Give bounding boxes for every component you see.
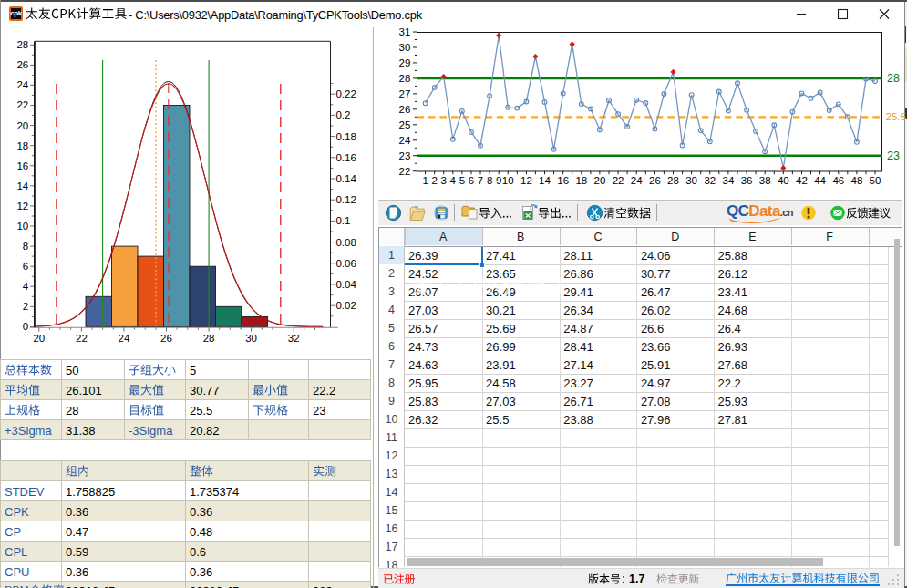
svg-text:2: 2 bbox=[23, 301, 28, 312]
svg-text:18: 18 bbox=[575, 175, 587, 186]
svg-text:38: 38 bbox=[759, 175, 771, 186]
svg-text:26: 26 bbox=[160, 333, 172, 344]
svg-text:6: 6 bbox=[469, 175, 474, 186]
svg-text:2: 2 bbox=[431, 175, 437, 186]
svg-text:36: 36 bbox=[741, 175, 753, 186]
svg-text:0.08: 0.08 bbox=[335, 237, 356, 248]
svg-text:22: 22 bbox=[613, 175, 624, 186]
svg-text:12: 12 bbox=[520, 175, 532, 186]
svg-text:0.04: 0.04 bbox=[335, 279, 356, 290]
svg-text:24: 24 bbox=[631, 175, 643, 186]
svg-text:20: 20 bbox=[16, 120, 28, 131]
svg-text:40: 40 bbox=[778, 175, 789, 186]
svg-text:34: 34 bbox=[723, 175, 735, 186]
svg-text:44: 44 bbox=[814, 175, 826, 186]
svg-text:20: 20 bbox=[594, 175, 606, 186]
svg-text:0.12: 0.12 bbox=[335, 194, 356, 205]
svg-text:14: 14 bbox=[16, 181, 28, 191]
svg-text:28: 28 bbox=[399, 73, 411, 84]
svg-text:48: 48 bbox=[851, 175, 863, 186]
svg-text:1: 1 bbox=[422, 175, 428, 186]
svg-text:32: 32 bbox=[704, 175, 716, 186]
svg-text:16: 16 bbox=[16, 160, 28, 171]
svg-text:24: 24 bbox=[119, 333, 130, 344]
svg-text:28: 28 bbox=[887, 72, 900, 85]
svg-text:8: 8 bbox=[487, 175, 492, 186]
svg-text:29: 29 bbox=[399, 57, 411, 68]
svg-text:0: 0 bbox=[23, 321, 28, 332]
svg-text:27: 27 bbox=[399, 88, 411, 99]
svg-text:25.5: 25.5 bbox=[886, 111, 906, 122]
svg-text:30: 30 bbox=[245, 333, 257, 344]
svg-text:14: 14 bbox=[539, 175, 551, 186]
svg-text:0.02: 0.02 bbox=[335, 300, 356, 311]
svg-text:25: 25 bbox=[399, 119, 411, 130]
svg-text:6: 6 bbox=[23, 261, 28, 272]
svg-text:30: 30 bbox=[685, 175, 697, 186]
svg-text:18: 18 bbox=[16, 140, 28, 151]
svg-text:0.14: 0.14 bbox=[335, 173, 356, 184]
svg-text:4: 4 bbox=[23, 281, 29, 292]
svg-text:4: 4 bbox=[450, 175, 457, 186]
svg-text:0.06: 0.06 bbox=[335, 258, 356, 269]
svg-text:26: 26 bbox=[399, 104, 411, 115]
svg-text:22: 22 bbox=[399, 166, 411, 177]
svg-text:26: 26 bbox=[649, 175, 661, 186]
svg-text:20: 20 bbox=[33, 333, 45, 344]
svg-text:5: 5 bbox=[459, 175, 465, 186]
svg-text:31: 31 bbox=[399, 27, 411, 37]
svg-text:28: 28 bbox=[16, 39, 28, 50]
svg-text:28: 28 bbox=[203, 333, 215, 344]
svg-text:0.16: 0.16 bbox=[335, 152, 356, 163]
svg-text:22: 22 bbox=[16, 99, 28, 110]
svg-text:0.2: 0.2 bbox=[335, 109, 350, 120]
svg-text:7: 7 bbox=[478, 175, 483, 186]
svg-text:24: 24 bbox=[16, 79, 28, 90]
svg-text:10: 10 bbox=[502, 175, 514, 186]
svg-text:42: 42 bbox=[796, 175, 808, 186]
svg-text:12: 12 bbox=[16, 201, 28, 211]
svg-text:9: 9 bbox=[496, 175, 501, 186]
svg-text:8: 8 bbox=[23, 241, 28, 252]
svg-text:23: 23 bbox=[399, 150, 411, 161]
svg-text:0.1: 0.1 bbox=[335, 215, 350, 226]
svg-text:32: 32 bbox=[288, 333, 300, 344]
svg-text:3: 3 bbox=[440, 175, 446, 186]
svg-text:23: 23 bbox=[887, 150, 900, 162]
svg-text:10: 10 bbox=[16, 221, 28, 232]
svg-text:30: 30 bbox=[399, 42, 411, 53]
svg-text:26: 26 bbox=[16, 59, 28, 70]
svg-text:16: 16 bbox=[557, 175, 569, 186]
svg-text:22: 22 bbox=[76, 333, 88, 344]
svg-text:46: 46 bbox=[832, 175, 844, 186]
svg-text:0.18: 0.18 bbox=[335, 131, 356, 142]
svg-text:0.22: 0.22 bbox=[335, 88, 356, 99]
svg-text:28: 28 bbox=[667, 175, 679, 186]
svg-text:50: 50 bbox=[870, 175, 881, 186]
svg-text:24: 24 bbox=[399, 135, 411, 146]
